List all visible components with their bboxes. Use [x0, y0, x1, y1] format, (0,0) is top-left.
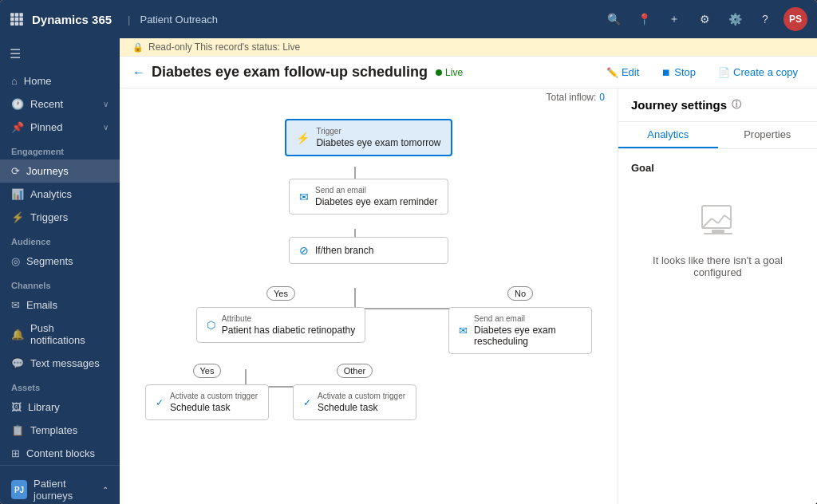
sub-other-action-node[interactable]: ✓ Activate a custom trigger Schedule tas…	[293, 384, 416, 420]
location-icon[interactable]: 📍	[632, 7, 656, 31]
edit-button[interactable]: ✏️ Edit	[600, 63, 645, 81]
sidebar-toggle[interactable]: ☰	[0, 38, 120, 69]
back-button[interactable]: ←	[132, 65, 145, 80]
sidebar-item-home[interactable]: ⌂ Home	[0, 69, 120, 93]
pinned-arrow-icon: ∨	[103, 123, 109, 132]
svg-line-22	[718, 215, 724, 223]
svg-rect-8	[19, 22, 23, 26]
section-channels: Channels	[0, 273, 120, 293]
custom-trigger-icon-1: ✓	[156, 397, 164, 408]
sidebar-item-emails[interactable]: ✉ Emails	[0, 293, 120, 317]
pin-icon: 📌	[11, 121, 24, 133]
email-icon: ✉	[11, 299, 20, 311]
no-goal-icon	[699, 199, 737, 245]
create-copy-button[interactable]: 📄 Create a copy	[712, 63, 804, 81]
sub-other-branch: Other ✓ Activate a custom trigger Schedu…	[293, 364, 416, 420]
search-icon[interactable]: 🔍	[602, 7, 626, 31]
sub-other-label: Other	[337, 364, 373, 378]
settings-panel: Journey settings ⓘ Analytics Properties …	[618, 89, 817, 504]
page-title-container: Diabetes eye exam follow-up scheduling L…	[152, 64, 600, 81]
segments-icon: ◎	[11, 255, 20, 267]
journey-canvas[interactable]: ⚡ Trigger Diabetes eye exam tomorrow	[120, 103, 618, 504]
sub-yes-action-node[interactable]: ✓ Activate a custom trigger Schedule tas…	[145, 384, 269, 420]
svg-rect-6	[10, 22, 14, 26]
tab-properties[interactable]: Properties	[718, 122, 818, 148]
send-email-1-node[interactable]: ✉ Send an email Diabetes eye exam remind…	[289, 179, 448, 215]
svg-rect-24	[712, 230, 724, 233]
header-actions: ✏️ Edit ⏹ Stop 📄 Create a copy	[600, 63, 804, 81]
sidebar-item-triggers[interactable]: ⚡ Triggers	[0, 206, 120, 229]
branch-row: Yes ⬡ Attribute Patient has diabetic ret…	[136, 286, 602, 420]
ifthen-icon: ⊘	[299, 244, 309, 257]
settings-body: Goal	[618, 149, 817, 504]
svg-rect-3	[10, 18, 14, 22]
push-icon: 🔔	[11, 329, 24, 341]
user-avatar[interactable]: PS	[783, 7, 807, 31]
connector-2	[136, 215, 602, 237]
settings-icon[interactable]: ⚙️	[723, 7, 747, 31]
help-icon[interactable]: ?	[753, 7, 777, 31]
sidebar-item-sms[interactable]: 💬 Text messages	[0, 352, 120, 375]
attribute-icon: ⬡	[207, 319, 215, 331]
grid-menu-icon[interactable]	[10, 12, 24, 26]
analytics-icon: 📊	[11, 188, 24, 200]
recent-arrow-icon: ∨	[103, 100, 109, 108]
nav-icons: 🔍 📍 ＋ ⚙ ⚙️ ? PS	[602, 7, 807, 31]
settings-tabs: Analytics Properties	[618, 122, 817, 149]
svg-rect-4	[15, 18, 19, 22]
patient-journeys-avatar: PJ	[11, 480, 27, 499]
sidebar-item-content-blocks[interactable]: ⊞ Content blocks	[0, 442, 120, 465]
page-title-text: Diabetes eye exam follow-up scheduling	[152, 64, 428, 81]
settings-info-icon[interactable]: ⓘ	[732, 98, 741, 112]
patient-journeys-nav[interactable]: PJ Patient journeys ⌃	[0, 472, 120, 504]
sidebar-item-journeys[interactable]: ⟳ Journeys	[0, 159, 120, 183]
trigger-node[interactable]: ⚡ Trigger Diabetes eye exam tomorrow	[285, 119, 452, 156]
stop-icon: ⏹	[661, 67, 671, 78]
sub-yes-branch: Yes ✓ Activate a custom trigger Schedule…	[145, 364, 269, 420]
goal-label: Goal	[631, 162, 804, 174]
journey-layout: Total inflow: 0	[120, 89, 817, 504]
no-send-email-node[interactable]: ✉ Send an email Diabetes eye exam resche…	[448, 307, 592, 354]
sub-branch-row: Yes ✓ Activate a custom trigger Schedule…	[145, 364, 416, 420]
section-audience: Audience	[0, 229, 120, 250]
sidebar-item-recent[interactable]: 🕐 Recent ∨	[0, 93, 120, 116]
svg-line-21	[712, 219, 718, 223]
recent-icon: 🕐	[11, 98, 24, 110]
sub-yes-label: Yes	[193, 364, 222, 378]
svg-line-20	[702, 219, 712, 228]
connector-1	[136, 156, 602, 179]
connector-3	[136, 264, 602, 286]
svg-line-23	[724, 215, 731, 220]
tab-analytics[interactable]: Analytics	[618, 122, 718, 148]
sidebar-item-templates[interactable]: 📋 Templates	[0, 419, 120, 442]
custom-trigger-icon-2: ✓	[303, 397, 311, 408]
readonly-bar: 🔒 Read-only This record's status: Live	[120, 38, 817, 57]
sidebar-item-analytics[interactable]: 📊 Analytics	[0, 183, 120, 206]
sidebar: ☰ ⌂ Home 🕐 Recent ∨ 📌 Pinned ∨ Engagemen	[0, 38, 120, 504]
send-email-1-wrapper: ✉ Send an email Diabetes eye exam remind…	[136, 179, 602, 215]
patient-journeys-arrow: ⌃	[102, 486, 109, 494]
yes-branch-label: Yes	[266, 286, 295, 301]
stop-button[interactable]: ⏹ Stop	[655, 63, 702, 81]
app-module: Patient Outreach	[140, 14, 218, 26]
filter-icon[interactable]: ⚙	[693, 7, 716, 31]
sidebar-item-library[interactable]: 🖼 Library	[0, 396, 120, 419]
sidebar-item-segments[interactable]: ◎ Segments	[0, 250, 120, 273]
trigger-node-icon: ⚡	[296, 132, 310, 144]
no-goal-text: It looks like there isn't a goal configu…	[647, 254, 788, 278]
ifthen-node[interactable]: ⊘ If/then branch	[289, 237, 448, 264]
page-header: ← Diabetes eye exam follow-up scheduling…	[120, 57, 817, 89]
add-icon[interactable]: ＋	[662, 7, 686, 31]
live-dot-icon	[436, 69, 442, 76]
svg-rect-5	[19, 18, 23, 22]
sidebar-item-pinned[interactable]: 📌 Pinned ∨	[0, 116, 120, 139]
canvas-content: ⚡ Trigger Diabetes eye exam tomorrow	[120, 103, 618, 504]
svg-rect-25	[704, 233, 732, 234]
svg-rect-7	[15, 22, 19, 26]
app-container: Dynamics 365 | Patient Outreach 🔍 📍 ＋ ⚙ …	[0, 0, 817, 504]
no-branch: No ✉ Send an email Diabetes eye exam res…	[448, 286, 592, 420]
svg-rect-0	[10, 13, 14, 17]
live-status-badge: Live	[436, 67, 463, 78]
attribute-node[interactable]: ⬡ Attribute Patient has diabetic retinop…	[196, 307, 365, 343]
sidebar-item-push[interactable]: 🔔 Push notifications	[0, 317, 120, 352]
